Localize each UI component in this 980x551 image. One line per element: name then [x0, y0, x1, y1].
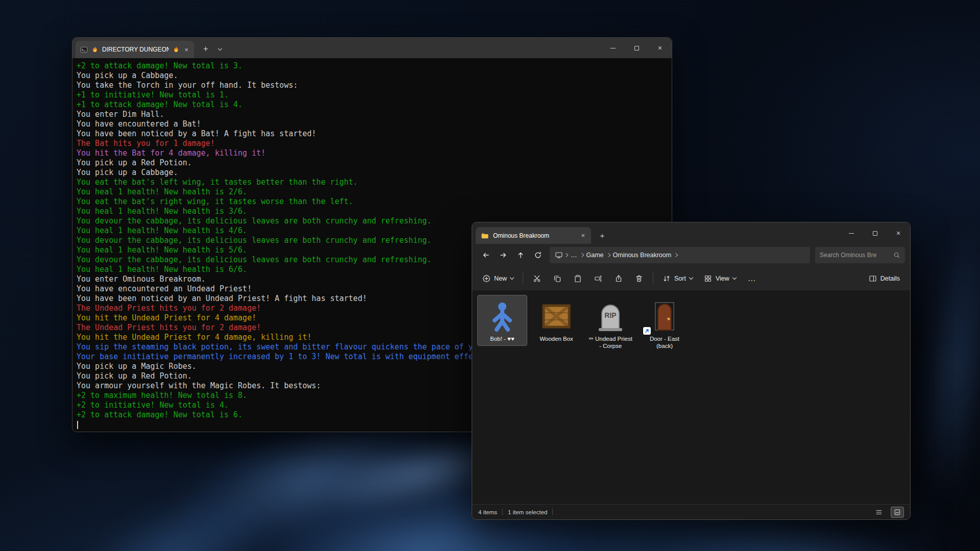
file-label: ⚰ Undead Priest - Corpse [587, 335, 633, 349]
large-icons-view-icon [894, 509, 901, 516]
item-count: 4 items [478, 509, 497, 515]
wooden-crate-icon [540, 300, 573, 333]
close-button[interactable]: × [887, 222, 910, 244]
breadcrumb-segment-game[interactable]: Game [585, 252, 605, 259]
share-icon [615, 274, 623, 283]
rename-icon [594, 274, 602, 283]
file-icon: RIP [485, 299, 520, 334]
terminal-line: +1 to attack damage! New total is 4. [77, 100, 672, 110]
tab-dropdown-button[interactable] [213, 41, 227, 57]
terminal-tab[interactable]: DIRECTORY DUNGEON × [76, 41, 194, 58]
explorer-statusbar: 4 items 1 item selected [472, 504, 910, 519]
file-tile[interactable]: RIP Bob! - ♥♥ [477, 295, 527, 346]
svg-text:RIP: RIP [604, 311, 616, 319]
console-icon [80, 46, 88, 54]
terminal-line: You eat the bat's left wing, it tastes b… [77, 178, 672, 187]
magnifier-icon [893, 252, 900, 259]
maximize-button[interactable] [863, 222, 887, 244]
minimize-button[interactable] [840, 222, 863, 244]
details-button-label: Details [880, 275, 900, 282]
monitor-icon [555, 251, 563, 259]
view-grid-icon [704, 274, 712, 283]
file-tile[interactable]: RIP ⚰ Undead Priest - Corpse [585, 295, 635, 353]
terminal-title: DIRECTORY DUNGEON [102, 46, 169, 53]
status-list-view-button[interactable] [872, 507, 886, 518]
terminal-line: You heal 1 health! New health is 2/6. [77, 187, 672, 197]
file-explorer-window: Ominous Breakroom × + × … [472, 222, 911, 520]
more-options-button[interactable]: … [742, 270, 762, 287]
explorer-addressbar: … Game Ominous Breakroom Search Ominous … [472, 244, 910, 266]
terminal-line: +1 to initiative! New total is 1. [77, 90, 672, 100]
door-icon [648, 300, 681, 333]
copy-icon [553, 274, 561, 283]
minimize-button[interactable] [601, 38, 625, 58]
new-tab-button[interactable]: + [198, 41, 213, 57]
flame-icon [173, 46, 180, 53]
tab-close-icon[interactable]: × [183, 46, 189, 53]
breadcrumb-overflow[interactable]: … [569, 252, 579, 259]
breadcrumb-chevron-icon [674, 253, 678, 257]
search-placeholder: Search Ominous Bre [820, 252, 889, 259]
view-button[interactable]: View [699, 270, 741, 287]
file-label: Door - East (back) [642, 335, 688, 349]
explorer-tab[interactable]: Ominous Breakroom × [476, 227, 591, 244]
back-button[interactable] [477, 247, 495, 263]
shortcut-overlay-icon [643, 327, 651, 335]
file-icon: RIP [593, 299, 628, 334]
terminal-line: You hit the Bat for 4 damage, killing it… [77, 148, 672, 158]
close-button[interactable]: × [648, 38, 672, 58]
refresh-button[interactable] [529, 247, 547, 263]
rip-tombstone-icon: RIP [594, 300, 627, 333]
status-large-icons-view-button[interactable] [891, 507, 904, 518]
terminal-line: You take the Torch in your off hand. It … [77, 81, 672, 90]
status-divider [552, 509, 553, 515]
file-label: Wooden Box [540, 335, 573, 342]
copy-button[interactable] [548, 270, 567, 287]
terminal-line: You heal 1 health! New health is 3/6. [77, 207, 672, 216]
clipboard-icon [574, 274, 582, 283]
paste-button[interactable] [568, 270, 587, 287]
explorer-titlebar[interactable]: Ominous Breakroom × + × [472, 222, 910, 244]
up-button[interactable] [512, 247, 529, 263]
delete-button[interactable] [629, 270, 649, 287]
terminal-line: You have encountered a Bat! [77, 119, 672, 129]
explorer-tab-title: Ominous Breakroom [493, 232, 576, 239]
trash-icon [635, 274, 643, 283]
terminal-line: You have been noticed by a Bat! A fight … [77, 129, 672, 139]
chevron-down-icon [732, 276, 737, 280]
flame-icon [91, 46, 99, 53]
breadcrumb-chevron-icon [564, 253, 568, 257]
chevron-down-icon [510, 276, 514, 280]
person-icon [486, 300, 519, 333]
forward-button[interactable] [495, 247, 512, 263]
share-button[interactable] [609, 270, 628, 287]
new-button[interactable]: New [477, 270, 519, 287]
breadcrumb[interactable]: … Game Ominous Breakroom [550, 247, 810, 263]
search-input[interactable]: Search Ominous Bre [815, 247, 905, 263]
terminal-titlebar[interactable]: DIRECTORY DUNGEON × + × [72, 38, 672, 58]
cut-button[interactable] [527, 270, 547, 287]
scissors-icon [533, 274, 541, 283]
file-icon: RIP [647, 299, 682, 334]
tab-close-icon[interactable]: × [580, 232, 586, 239]
rename-button[interactable] [589, 270, 608, 287]
terminal-line: You pick up a Cabbage. [77, 168, 672, 178]
file-icon: RIP [539, 299, 574, 334]
view-button-label: View [716, 275, 729, 282]
file-tile[interactable]: RIP Wooden Box [531, 295, 581, 346]
selection-count: 1 item selected [508, 509, 547, 515]
new-tab-button[interactable]: + [595, 228, 609, 242]
sort-button-label: Sort [674, 275, 686, 282]
terminal-line: You pick up a Red Potion. [77, 158, 672, 168]
sort-button[interactable]: Sort [657, 270, 698, 287]
details-pane-icon [869, 274, 877, 283]
details-pane-button[interactable]: Details [864, 270, 905, 287]
explorer-commandbar: New [472, 266, 910, 291]
breadcrumb-segment-current[interactable]: Ominous Breakroom [611, 252, 673, 259]
plus-circle-icon [482, 274, 491, 283]
file-tile[interactable]: RIP Door - East (back) [640, 295, 690, 353]
sort-icon [663, 274, 671, 283]
toolbar-divider [523, 273, 523, 284]
file-list[interactable]: RIP Bob! - ♥♥ [472, 291, 910, 504]
maximize-button[interactable] [625, 38, 648, 58]
